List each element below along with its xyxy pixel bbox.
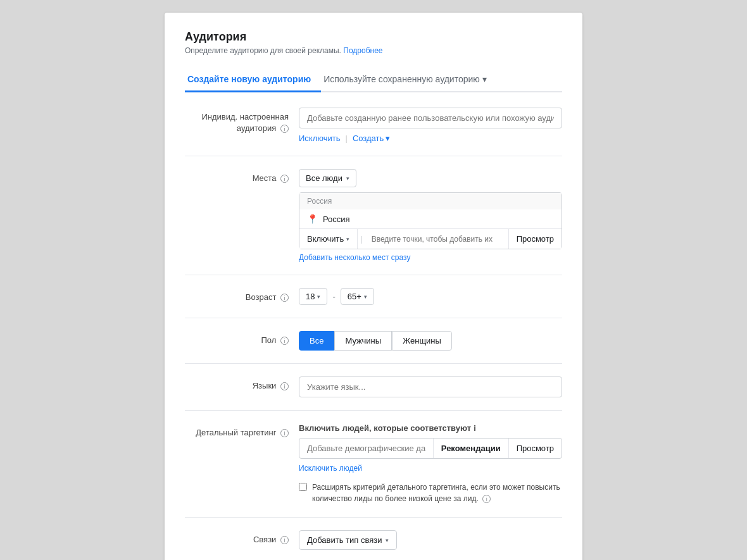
audience-actions: Исключить | Создать ▾ — [299, 134, 562, 143]
connections-info-icon[interactable]: i — [280, 536, 289, 544]
languages-row: Языки i — [185, 376, 562, 411]
places-info-icon[interactable]: i — [280, 175, 289, 183]
detailed-targeting-field: Включить людей, которые соответствуют i … — [299, 423, 562, 504]
connection-arrow-icon: ▾ — [386, 537, 389, 544]
detailed-targeting-info-icon[interactable]: i — [280, 429, 289, 437]
main-card: Аудитория Определите аудиторию для своей… — [165, 13, 582, 560]
location-item-russia: 📍 Россия — [299, 209, 562, 228]
targeting-input-row: Рекомендации Просмотр — [299, 438, 562, 459]
age-label: Возраст i — [185, 288, 299, 303]
location-box: Россия 📍 Россия Включить ▾ | Просмотр — [299, 192, 562, 249]
detailed-targeting-label: Детальный таргетинг i — [185, 423, 299, 439]
gender-label: Пол i — [185, 331, 299, 346]
age-selectors: 18 ▾ - 65+ ▾ — [299, 288, 562, 305]
languages-field — [299, 376, 562, 397]
gender-buttons: Все Мужчины Женщины — [299, 331, 562, 351]
saved-tab-arrow-icon: ▾ — [482, 74, 487, 84]
places-label: Места i — [185, 169, 299, 184]
subtitle-link[interactable]: Подробнее — [343, 46, 382, 55]
expand-targeting-text: Расширять критерий детального таргетинга… — [312, 482, 562, 504]
include-people-header: Включить людей, которые соответствуют i — [299, 423, 562, 433]
languages-info-icon[interactable]: i — [280, 382, 289, 390]
location-view-button[interactable]: Просмотр — [508, 229, 562, 249]
add-multiple-link[interactable]: Добавить несколько мест сразу — [299, 253, 410, 262]
expand-targeting-info-icon[interactable]: i — [482, 495, 491, 503]
languages-input[interactable] — [299, 376, 562, 397]
age-to-select[interactable]: 65+ ▾ — [341, 288, 374, 305]
gender-row: Пол i Все Мужчины Женщины — [185, 331, 562, 364]
tab-bar: Создайте новую аудиторию Используйте сох… — [185, 68, 562, 92]
location-text-input[interactable] — [365, 230, 508, 249]
detailed-targeting-row: Детальный таргетинг i Включить людей, ко… — [185, 423, 562, 518]
targeting-text-input[interactable] — [299, 439, 433, 458]
expand-targeting-checkbox[interactable] — [299, 483, 307, 491]
age-to-arrow-icon: ▾ — [364, 294, 367, 300]
custom-audience-input[interactable] — [299, 108, 562, 128]
age-info-icon[interactable]: i — [280, 294, 289, 302]
include-people-info-icon[interactable]: i — [474, 423, 476, 433]
include-button[interactable]: Включить ▾ — [299, 229, 358, 249]
places-dropdown-arrow-icon: ▾ — [346, 175, 349, 182]
connections-label: Связи i — [185, 530, 299, 545]
places-row: Места i Все люди ▾ Россия 📍 Россия Включ… — [185, 169, 562, 275]
recommendations-button[interactable]: Рекомендации — [433, 439, 508, 458]
age-from-arrow-icon: ▾ — [317, 294, 320, 300]
targeting-browse-button[interactable]: Просмотр — [508, 439, 562, 458]
expand-targeting-row: Расширять критерий детального таргетинга… — [299, 482, 562, 504]
tab-create-new[interactable]: Создайте новую аудиторию — [185, 68, 321, 92]
gender-all-button[interactable]: Все — [299, 331, 334, 351]
connections-field: Добавить тип связи ▾ — [299, 530, 562, 550]
gender-male-button[interactable]: Мужчины — [334, 331, 392, 351]
create-arrow-icon: ▾ — [386, 134, 390, 143]
create-button[interactable]: Создать ▾ — [353, 134, 390, 143]
age-from-select[interactable]: 18 ▾ — [299, 288, 327, 305]
page-title: Аудитория — [185, 30, 562, 44]
places-dropdown[interactable]: Все люди ▾ — [299, 169, 356, 187]
age-row: Возраст i 18 ▾ - 65+ ▾ — [185, 288, 562, 318]
custom-audience-row: Индивид. настроенная аудитория i Исключи… — [185, 108, 562, 156]
gender-female-button[interactable]: Женщины — [392, 331, 452, 351]
exclude-people-link[interactable]: Исключить людей — [299, 464, 362, 473]
connections-row: Связи i Добавить тип связи ▾ — [185, 530, 562, 560]
age-field: 18 ▾ - 65+ ▾ — [299, 288, 562, 305]
tab-use-saved[interactable]: Используйте сохраненную аудиторию ▾ — [321, 68, 497, 92]
connection-type-dropdown[interactable]: Добавить тип связи ▾ — [299, 530, 397, 550]
custom-audience-label: Индивид. настроенная аудитория i — [185, 108, 299, 134]
custom-audience-field: Исключить | Создать ▾ — [299, 108, 562, 143]
include-arrow-icon: ▾ — [346, 236, 349, 242]
gender-info-icon[interactable]: i — [280, 337, 289, 345]
location-input-row: Включить ▾ | Просмотр — [299, 228, 562, 249]
location-pin-icon: 📍 — [307, 214, 318, 224]
languages-label: Языки i — [185, 376, 299, 392]
exclude-link[interactable]: Исключить — [299, 134, 341, 143]
places-field: Все люди ▾ Россия 📍 Россия Включить ▾ | … — [299, 169, 562, 262]
custom-audience-info-icon[interactable]: i — [280, 125, 289, 133]
location-list-header: Россия — [299, 193, 562, 209]
gender-field: Все Мужчины Женщины — [299, 331, 562, 351]
page-subtitle: Определите аудиторию для своей рекламы. … — [185, 46, 562, 55]
